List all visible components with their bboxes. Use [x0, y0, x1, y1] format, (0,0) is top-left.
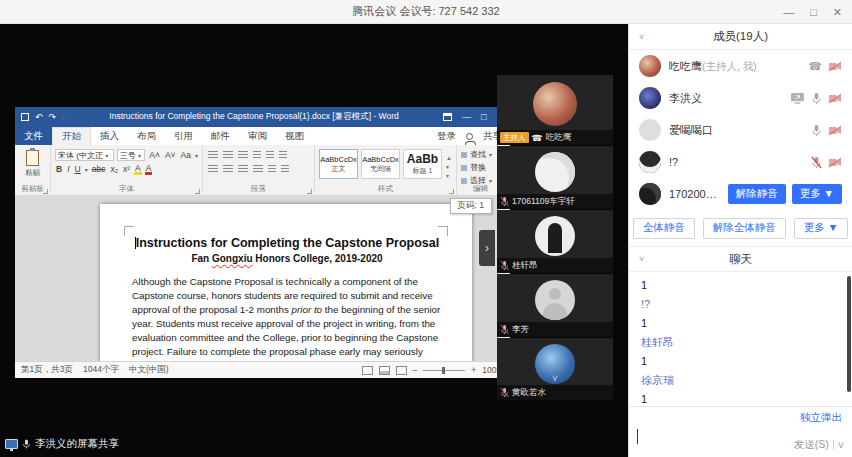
- font-color-button[interactable]: A: [145, 164, 153, 175]
- unmute-all-button[interactable]: 解除全体静音: [703, 218, 786, 239]
- increase-indent-icon[interactable]: [266, 151, 274, 159]
- save-icon[interactable]: [21, 113, 29, 121]
- video-tile[interactable]: 17061109车宇轩: [497, 146, 613, 209]
- strikethrough-button[interactable]: abc: [91, 164, 107, 174]
- close-icon[interactable]: ✕: [833, 0, 842, 24]
- document-page[interactable]: Instructions for Completing the Capstone…: [100, 204, 472, 361]
- language-indicator[interactable]: 中文(中国): [129, 364, 169, 376]
- tab-layout[interactable]: 布局: [128, 127, 165, 145]
- redo-icon[interactable]: ↷: [49, 112, 57, 122]
- video-tile[interactable]: 李芳: [497, 274, 613, 337]
- chat-message-list[interactable]: 1 !? 1 桂轩昂 1 徐京瑞 1: [629, 272, 852, 406]
- chat-input-area[interactable]: 独立弹出 发送(S) ˅: [629, 406, 852, 457]
- member-row[interactable]: !?: [629, 146, 852, 178]
- strip-collapse-icon[interactable]: ˅: [552, 373, 558, 384]
- line-spacing-icon[interactable]: [268, 165, 276, 173]
- members-collapse-icon[interactable]: ˅: [639, 32, 644, 42]
- unmute-button[interactable]: 解除静音: [728, 184, 786, 204]
- change-case-dropdown-icon[interactable]: ▾: [195, 152, 198, 159]
- more-button[interactable]: 更多 ▼: [792, 184, 842, 204]
- underline-dropdown-icon[interactable]: ▾: [85, 166, 88, 173]
- italic-button[interactable]: I: [66, 164, 70, 174]
- grow-font-button[interactable]: A˄: [148, 150, 161, 160]
- superscript-button[interactable]: x²: [122, 164, 131, 174]
- send-button[interactable]: 发送(S): [794, 438, 829, 452]
- zoom-slider[interactable]: [423, 370, 465, 371]
- read-mode-icon[interactable]: [362, 366, 373, 375]
- underline-button[interactable]: U: [74, 164, 82, 174]
- paragraph-dialog-launcher-icon[interactable]: [307, 189, 312, 194]
- font-name-select[interactable]: 宋体 (中文正 ▾: [55, 149, 114, 161]
- tab-references[interactable]: 引用: [165, 127, 202, 145]
- doc-heading: Instructions for Completing the Capstone…: [132, 236, 442, 250]
- shrink-font-button[interactable]: A˅: [164, 150, 177, 160]
- styles-dialog-launcher-icon[interactable]: [449, 189, 454, 194]
- zoom-in-icon[interactable]: +: [471, 365, 476, 375]
- word-minimize-icon[interactable]: —: [462, 112, 471, 122]
- tab-insert[interactable]: 插入: [91, 127, 128, 145]
- tab-review[interactable]: 审阅: [239, 127, 276, 145]
- style-no-spacing[interactable]: AaBbCcDx 无间隔: [361, 149, 400, 179]
- styles-gallery-scroll[interactable]: ▲ ▾ ▾: [445, 149, 452, 184]
- style-normal[interactable]: AaBbCcDx 正文: [319, 149, 358, 179]
- tab-view[interactable]: 视图: [276, 127, 313, 145]
- font-dialog-launcher-icon[interactable]: [195, 189, 200, 194]
- justify-icon[interactable]: [253, 165, 263, 173]
- style-heading1[interactable]: AaBb 标题 1: [403, 149, 442, 179]
- member-row[interactable]: 爱喝喝口: [629, 114, 852, 146]
- shading-icon[interactable]: [281, 165, 289, 173]
- member-row[interactable]: 李洪义: [629, 82, 852, 114]
- maximize-icon[interactable]: □: [810, 0, 817, 24]
- font-size-select[interactable]: 三号 ▾: [117, 149, 146, 161]
- paste-label[interactable]: 粘贴: [25, 168, 40, 178]
- print-layout-icon[interactable]: [379, 366, 390, 375]
- clipboard-dialog-launcher-icon[interactable]: [43, 189, 48, 194]
- undo-icon[interactable]: ↶: [35, 112, 43, 122]
- align-right-icon[interactable]: [238, 165, 248, 173]
- decrease-indent-icon[interactable]: [253, 151, 261, 159]
- video-tile-host[interactable]: 主持人 ☎ 吃吃鹰: [497, 75, 613, 145]
- send-options-icon[interactable]: ˅: [838, 439, 844, 451]
- highlight-color-button[interactable]: A: [134, 164, 142, 175]
- page-indicator[interactable]: 第1页，共3页: [21, 364, 73, 376]
- mic-muted-icon: [500, 387, 509, 398]
- word-window: ↶ ↷ ▾ Instructions for Completing the Ca…: [15, 107, 510, 378]
- ribbon-display-options-icon[interactable]: [443, 113, 452, 121]
- align-center-icon[interactable]: [223, 165, 233, 173]
- more-actions-button[interactable]: 更多 ▼: [794, 218, 848, 239]
- mute-all-button[interactable]: 全体静音: [633, 218, 695, 239]
- sign-in-link[interactable]: 登录: [437, 130, 456, 143]
- subscript-button[interactable]: x₂: [109, 164, 119, 174]
- styles-down-icon[interactable]: ▾: [446, 163, 452, 170]
- bold-button[interactable]: B: [55, 164, 63, 174]
- popout-chat-link[interactable]: 独立弹出: [800, 411, 842, 425]
- align-left-icon[interactable]: [208, 165, 218, 173]
- member-row[interactable]: 17020001袁帆 解除静音 更多 ▼: [629, 178, 852, 210]
- chat-collapse-icon[interactable]: ˅: [639, 254, 644, 264]
- styles-more-icon[interactable]: ▾: [446, 172, 452, 179]
- sort-icon[interactable]: [279, 151, 287, 159]
- word-maximize-icon[interactable]: □: [481, 112, 486, 122]
- replace-button[interactable]: 替换: [461, 162, 500, 173]
- tab-file[interactable]: 文件: [15, 127, 52, 145]
- minimize-icon[interactable]: —: [783, 0, 794, 24]
- chat-scrollbar[interactable]: [847, 276, 851, 392]
- tab-mailings[interactable]: 邮件: [202, 127, 239, 145]
- styles-up-icon[interactable]: ▲: [446, 155, 452, 161]
- video-panel-expand-button[interactable]: ›: [479, 230, 495, 266]
- bullets-icon[interactable]: [208, 151, 218, 159]
- web-layout-icon[interactable]: [396, 366, 407, 375]
- paste-icon[interactable]: [26, 150, 39, 166]
- member-row[interactable]: 吃吃鹰(主持人, 我) ☎: [629, 50, 852, 82]
- video-tile[interactable]: ˅ 黄欧若水: [497, 338, 613, 400]
- find-button[interactable]: 查找▾: [461, 149, 500, 160]
- change-case-button[interactable]: Aa: [180, 150, 192, 160]
- zoom-slider-thumb[interactable]: [442, 367, 445, 374]
- word-count[interactable]: 1044个字: [83, 364, 119, 376]
- crop-mark: [438, 226, 448, 236]
- zoom-out-icon[interactable]: –: [413, 365, 418, 375]
- video-tile[interactable]: 桂轩昂: [497, 210, 613, 273]
- tab-home[interactable]: 开始: [52, 127, 91, 145]
- numbering-icon[interactable]: [223, 151, 233, 159]
- multilevel-list-icon[interactable]: [238, 151, 248, 159]
